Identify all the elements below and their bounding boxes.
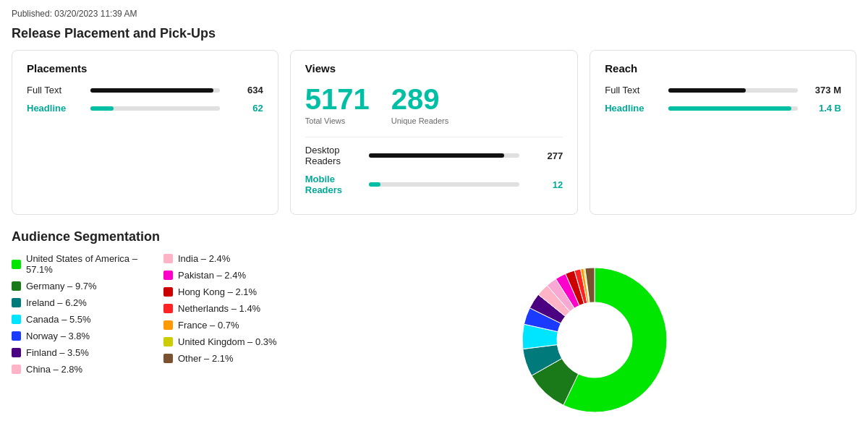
legend-item: China – 2.8%: [12, 364, 163, 375]
legend-dot: [12, 365, 21, 374]
placements-fulltext-fill: [90, 88, 213, 93]
legend-dot: [12, 298, 21, 307]
reach-headline-label: Headline: [605, 103, 663, 114]
placements-headline-track: [90, 106, 220, 111]
donut-center: [557, 302, 632, 378]
reach-card: Reach Full Text 373 M Headline 1.4 B: [590, 50, 856, 215]
legend-item: India – 2.4%: [163, 253, 315, 264]
legend-label: Canada – 5.5%: [26, 314, 91, 325]
published-label: Published: 03/20/2023 11:39 AM: [12, 9, 856, 19]
legend-item: France – 0.7%: [163, 320, 315, 331]
chart-area: [333, 253, 856, 420]
reach-headline-value: 1.4 B: [804, 103, 841, 114]
placements-headline-row: Headline 62: [27, 103, 263, 114]
legend-dot: [163, 287, 173, 297]
legend-dot: [12, 315, 21, 324]
legend-area: United States of America – 57.1%Germany …: [12, 253, 315, 420]
legend-dot: [163, 304, 173, 313]
placements-headline-value: 62: [226, 103, 263, 114]
views-total-block: 5171 Total Views: [305, 85, 370, 125]
views-mobile-fill: [369, 182, 381, 187]
donut-chart: [515, 260, 674, 420]
audience-section: Audience Segmentation United States of A…: [12, 229, 856, 420]
views-card: Views 5171 Total Views 289 Unique Reader…: [290, 50, 578, 215]
reach-headline-row: Headline 1.4 B: [605, 103, 841, 114]
legend-label: United States of America – 57.1%: [26, 253, 163, 275]
placements-card: Placements Full Text 634 Headline 62: [12, 50, 278, 215]
views-desktop-value: 277: [525, 150, 563, 161]
legend-item: Norway – 3.8%: [12, 331, 163, 341]
legend-dot: [163, 337, 173, 346]
legend-col-left: United States of America – 57.1%Germany …: [12, 253, 163, 380]
views-mobile-value: 12: [525, 179, 563, 190]
legend-col-right: India – 2.4%Pakistan – 2.4%Hong Kong – 2…: [163, 253, 315, 380]
section-title: Release Placement and Pick-Ups: [12, 26, 856, 41]
placements-fulltext-value: 634: [226, 85, 263, 95]
legend-label: United Kingdom – 0.3%: [178, 336, 277, 347]
legend-label: India – 2.4%: [178, 253, 230, 264]
views-total-num: 5171: [305, 85, 370, 114]
placements-header: Placements: [27, 62, 263, 75]
legend-dot: [12, 260, 21, 269]
views-unique-block: 289 Unique Readers: [391, 85, 449, 125]
legend-item: Other – 2.1%: [163, 353, 315, 364]
legend-label: China – 2.8%: [26, 364, 82, 375]
audience-section-title: Audience Segmentation: [12, 229, 856, 244]
views-desktop-row: Desktop Readers 277: [305, 145, 563, 166]
legend-label: Finland – 3.5%: [26, 347, 89, 358]
cards-row: Placements Full Text 634 Headline 62 Vie…: [12, 50, 856, 215]
placements-fulltext-label: Full Text: [27, 85, 85, 95]
legend-label: Other – 2.1%: [178, 353, 234, 364]
reach-fulltext-row: Full Text 373 M: [605, 85, 841, 95]
views-header: Views: [305, 62, 563, 75]
reach-headline-fill: [668, 106, 791, 111]
placements-headline-fill: [90, 106, 114, 111]
reach-fulltext-label: Full Text: [605, 85, 663, 95]
views-desktop-fill: [369, 153, 505, 158]
views-unique-num: 289: [391, 85, 449, 114]
legend-label: Netherlands – 1.4%: [178, 303, 260, 314]
views-divider: [305, 137, 563, 137]
legend-label: Ireland – 6.2%: [26, 297, 87, 308]
legend-dot: [163, 320, 173, 330]
placements-headline-label: Headline: [27, 103, 85, 114]
audience-inner: United States of America – 57.1%Germany …: [12, 253, 856, 420]
views-total-label: Total Views: [305, 116, 370, 125]
legend-item: Hong Kong – 2.1%: [163, 286, 315, 297]
legend-item: Canada – 5.5%: [12, 314, 163, 325]
legend-dot: [163, 354, 173, 363]
legend-dot: [12, 348, 21, 357]
legend-item: United Kingdom – 0.3%: [163, 336, 315, 347]
views-big-row: 5171 Total Views 289 Unique Readers: [305, 85, 563, 125]
legend-cols: United States of America – 57.1%Germany …: [12, 253, 315, 380]
reach-header: Reach: [605, 62, 841, 75]
reach-fulltext-value: 373 M: [804, 85, 841, 95]
views-desktop-label: Desktop Readers: [305, 145, 363, 166]
views-unique-label: Unique Readers: [391, 116, 449, 125]
placements-fulltext-row: Full Text 634: [27, 85, 263, 95]
legend-dot: [163, 271, 173, 280]
legend-label: Pakistan – 2.4%: [178, 270, 246, 281]
legend-item: Germany – 9.7%: [12, 281, 163, 292]
legend-label: Norway – 3.8%: [26, 331, 90, 341]
legend-dot: [12, 281, 21, 291]
views-mobile-track: [369, 182, 519, 187]
legend-label: Hong Kong – 2.1%: [178, 286, 257, 297]
legend-item: United States of America – 57.1%: [12, 253, 163, 275]
reach-fulltext-track: [668, 88, 798, 93]
reach-fulltext-fill: [668, 88, 746, 93]
legend-item: Netherlands – 1.4%: [163, 303, 315, 314]
legend-dot: [12, 331, 21, 341]
legend-label: Germany – 9.7%: [26, 281, 97, 292]
legend-item: Pakistan – 2.4%: [163, 270, 315, 281]
legend-item: Finland – 3.5%: [12, 347, 163, 358]
views-mobile-label: Mobile Readers: [305, 174, 363, 195]
legend-item: Ireland – 6.2%: [12, 297, 163, 308]
reach-headline-track: [668, 106, 798, 111]
legend-dot: [163, 254, 173, 263]
views-mobile-row: Mobile Readers 12: [305, 174, 563, 195]
legend-label: France – 0.7%: [178, 320, 239, 331]
views-desktop-track: [369, 153, 519, 158]
placements-fulltext-track: [90, 88, 220, 93]
